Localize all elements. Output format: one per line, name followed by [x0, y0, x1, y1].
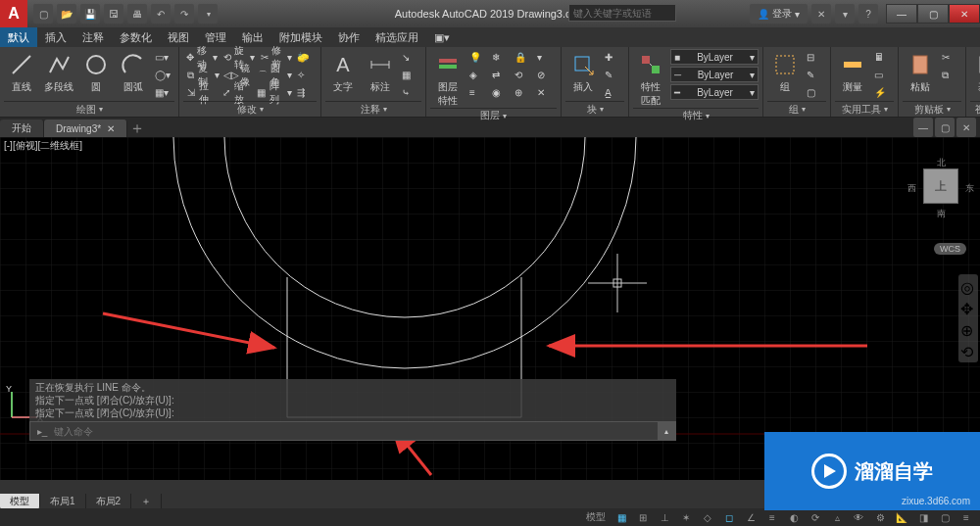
- login-button[interactable]: 👤 登录 ▾: [750, 4, 808, 24]
- doc-close-icon[interactable]: ✕: [956, 118, 976, 137]
- exchange-icon[interactable]: ✕: [811, 4, 831, 24]
- nav-zoom-icon[interactable]: ⊕: [960, 321, 976, 337]
- cut-icon[interactable]: ✂: [940, 49, 961, 66]
- offset-icon[interactable]: ⇶: [295, 84, 317, 101]
- sb-osnap-icon[interactable]: ◻: [719, 509, 739, 525]
- qat-dropdown-icon[interactable]: [198, 4, 218, 24]
- paste-button[interactable]: 粘贴: [903, 49, 938, 101]
- qselect-icon[interactable]: ⚡: [872, 84, 894, 101]
- doc-minimize-icon[interactable]: —: [913, 118, 933, 137]
- scale-button[interactable]: ⤢缩放: [219, 84, 253, 101]
- block-insert-button[interactable]: 插入: [565, 49, 601, 101]
- rect-icon[interactable]: ▭▾: [153, 49, 174, 66]
- lineweight-combo[interactable]: ─ByLayer▾: [670, 67, 759, 82]
- help-icon[interactable]: ?: [858, 4, 878, 24]
- select-icon[interactable]: ▭: [872, 67, 894, 83]
- explode-icon[interactable]: ✧: [295, 67, 317, 83]
- panel-title-group[interactable]: 组: [767, 101, 826, 117]
- group-edit-icon[interactable]: ✎: [805, 67, 826, 83]
- panel-title-viewbase[interactable]: 视图: [970, 101, 980, 117]
- nav-orbit-icon[interactable]: ⟲: [960, 343, 976, 359]
- circle-button[interactable]: 圆: [78, 49, 114, 101]
- layer-iso-icon[interactable]: ◈: [467, 67, 489, 83]
- layer-prev-icon[interactable]: ⟲: [513, 67, 534, 83]
- sb-model-label[interactable]: 模型: [582, 509, 610, 525]
- layer-freeze-icon[interactable]: ❄: [490, 49, 512, 66]
- ellipse-icon[interactable]: ◯▾: [153, 67, 174, 83]
- ribbon-tab-annotate[interactable]: 注释: [74, 27, 112, 47]
- ribbon-tab-extra-icon[interactable]: ▣▾: [426, 27, 458, 47]
- help-chevron-icon[interactable]: ▾: [835, 4, 855, 24]
- minimize-button[interactable]: —: [886, 4, 917, 24]
- panel-title-annotate[interactable]: 注释: [325, 101, 421, 117]
- maximize-button[interactable]: ▢: [917, 4, 949, 24]
- panel-title-properties[interactable]: 特性: [633, 108, 759, 122]
- command-scroll-icon[interactable]: ▴: [658, 422, 675, 440]
- layer-lock-icon[interactable]: 🔒: [513, 49, 534, 66]
- file-tab-drawing[interactable]: Drawing3* ✕: [44, 120, 127, 137]
- measure-button[interactable]: 测量: [835, 49, 870, 101]
- file-tab-close-icon[interactable]: ✕: [107, 123, 115, 134]
- drawing-canvas[interactable]: [-][俯视][二维线框] 北 西 东 南 上 WCS ◎ ✥ ⊕ ⟲: [0, 137, 980, 480]
- color-combo[interactable]: ■ByLayer▾: [670, 49, 759, 65]
- copy-clip-icon[interactable]: ⧉: [940, 67, 961, 83]
- sb-polar-icon[interactable]: ✶: [676, 509, 696, 525]
- line-button[interactable]: 直线: [4, 49, 39, 101]
- polyline-button[interactable]: 多段线: [41, 49, 76, 101]
- sb-annoscale-icon[interactable]: ▵: [827, 509, 847, 525]
- leader-icon[interactable]: ↘: [400, 49, 421, 66]
- array-button[interactable]: ▦阵列▾: [254, 84, 294, 101]
- redo-icon[interactable]: ↷: [174, 4, 194, 24]
- sb-snap-icon[interactable]: ⊞: [633, 509, 653, 525]
- block-create-icon[interactable]: ✚: [603, 49, 624, 66]
- panel-title-draw[interactable]: 绘图: [4, 101, 174, 117]
- layer-merge-icon[interactable]: ⊕: [513, 84, 534, 101]
- sb-ws-icon[interactable]: ⚙: [870, 509, 890, 525]
- nav-wheel-icon[interactable]: ◎: [960, 278, 976, 294]
- sb-grid-icon[interactable]: ▦: [612, 509, 631, 525]
- panel-title-modify[interactable]: 修改: [183, 101, 317, 117]
- table-icon[interactable]: ▦: [400, 67, 421, 83]
- doc-maximize-icon[interactable]: ▢: [935, 118, 955, 137]
- panel-title-block[interactable]: 块: [565, 101, 624, 117]
- new-icon[interactable]: ▢: [33, 4, 53, 24]
- sb-qp-icon[interactable]: ◨: [913, 509, 933, 525]
- command-prompt-icon[interactable]: ▸_: [30, 426, 54, 437]
- erase-icon[interactable]: 🧽: [295, 49, 317, 66]
- view-label[interactable]: [-][俯视][二维线框]: [4, 139, 82, 153]
- block-edit-icon[interactable]: ✎: [603, 67, 624, 83]
- file-tab-start[interactable]: 开始: [0, 120, 44, 137]
- calc-icon[interactable]: 🖩: [872, 49, 894, 66]
- sb-clean-icon[interactable]: ▢: [935, 509, 955, 525]
- layer-del-icon[interactable]: ✕: [535, 84, 557, 101]
- sb-customize-icon[interactable]: ≡: [956, 509, 976, 525]
- stretch-button[interactable]: ⇲拉伸: [183, 84, 218, 101]
- dimension-button[interactable]: 标注: [363, 49, 398, 101]
- saveas-icon[interactable]: 🖫: [104, 4, 123, 24]
- layout-tab-add-icon[interactable]: ＋: [131, 494, 162, 509]
- layout-tab-layout1[interactable]: 布局1: [40, 494, 86, 509]
- linetype-combo[interactable]: ━ByLayer▾: [670, 84, 759, 100]
- viewcube-top-face[interactable]: 上: [923, 168, 958, 204]
- print-icon[interactable]: 🖶: [127, 4, 147, 24]
- layer-match-icon[interactable]: ⇄: [490, 67, 512, 83]
- viewcube[interactable]: 北 西 东 南 上: [911, 157, 970, 235]
- ribbon-tab-view[interactable]: 视图: [160, 27, 197, 47]
- group-button[interactable]: 组: [767, 49, 803, 101]
- nav-pan-icon[interactable]: ✥: [960, 300, 976, 315]
- text-button[interactable]: A文字: [325, 49, 361, 101]
- sb-transparency-icon[interactable]: ◐: [784, 509, 804, 525]
- sb-otrack-icon[interactable]: ∠: [741, 509, 760, 525]
- panel-title-utilities[interactable]: 实用工具: [835, 101, 894, 117]
- help-search-input[interactable]: [568, 4, 676, 22]
- layer-off-icon[interactable]: ⊘: [535, 67, 557, 83]
- hatch-icon[interactable]: ▦▾: [153, 84, 174, 101]
- ribbon-tab-insert[interactable]: 插入: [37, 27, 74, 47]
- sb-annomon-icon[interactable]: 👁: [849, 509, 868, 525]
- save-icon[interactable]: 💾: [80, 4, 100, 24]
- block-attr-icon[interactable]: A̲: [603, 84, 624, 101]
- base-button[interactable]: 基点: [970, 49, 980, 101]
- layer-walk-icon[interactable]: ◉: [490, 84, 512, 101]
- ungroup-icon[interactable]: ⊟: [805, 49, 826, 66]
- layout-tab-layout2[interactable]: 布局2: [86, 494, 132, 509]
